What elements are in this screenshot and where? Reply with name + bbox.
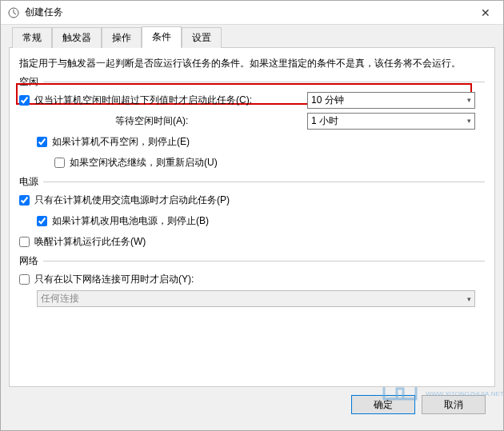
- label-idle-start: 仅当计算机空闲时间超过下列值时才启动此任务(C):: [34, 94, 252, 107]
- group-network-label: 网络: [19, 254, 38, 268]
- row-idle-stop: 如果计算机不再空闲，则停止(E): [19, 132, 485, 151]
- label-network-only: 只有在以下网络连接可用时才启动(Y):: [34, 273, 194, 286]
- dialog-window: 创建任务 ✕ 常规 触发器 操作 条件 设置 指定用于与触发器一起判断是否应运行…: [0, 0, 504, 431]
- titlebar: 创建任务 ✕: [1, 1, 503, 25]
- select-network-value: 任何连接: [41, 292, 79, 305]
- select-idle-duration-value: 10 分钟: [311, 94, 344, 107]
- select-idle-wait[interactable]: 1 小时 ▾: [307, 113, 475, 130]
- panel-description: 指定用于与触发器一起判断是否应运行该任务的条件。如果这里指定的条件不是真，该任务…: [19, 56, 485, 70]
- label-power-battery-stop: 如果计算机改用电池电源，则停止(B): [52, 214, 209, 228]
- chevron-down-icon: ▾: [467, 96, 471, 104]
- close-button[interactable]: ✕: [467, 1, 503, 24]
- group-network: 网络: [19, 254, 485, 268]
- divider: [43, 261, 485, 261]
- chevron-down-icon: ▾: [467, 117, 471, 125]
- tab-conditions[interactable]: 条件: [142, 26, 182, 48]
- divider: [43, 182, 485, 182]
- checkbox-idle-stop[interactable]: [37, 137, 47, 147]
- row-power-wake: 唤醒计算机运行此任务(W): [19, 232, 485, 251]
- window-title: 创建任务: [25, 6, 467, 19]
- label-power-wake: 唤醒计算机运行此任务(W): [34, 235, 146, 249]
- tab-settings[interactable]: 设置: [182, 27, 222, 48]
- checkbox-power-battery-stop[interactable]: [37, 216, 47, 226]
- chevron-down-icon: ▾: [467, 295, 471, 303]
- checkbox-idle-restart[interactable]: [54, 158, 65, 168]
- row-network-select: 任何连接 ▾: [19, 290, 485, 307]
- divider: [43, 82, 485, 82]
- select-idle-wait-value: 1 小时: [311, 114, 338, 128]
- row-power-ac: 只有在计算机使用交流电源时才启动此任务(P): [19, 190, 485, 210]
- row-network-only: 只有在以下网络连接可用时才启动(Y):: [19, 269, 485, 289]
- tab-panel: 指定用于与触发器一起判断是否应运行该任务的条件。如果这里指定的条件不是真，该任务…: [9, 47, 495, 387]
- select-network: 任何连接 ▾: [37, 290, 475, 307]
- row-idle-wait: 等待空闲时间(A): 1 小时 ▾: [19, 111, 485, 130]
- tab-actions[interactable]: 操作: [102, 27, 142, 48]
- tab-general[interactable]: 常规: [12, 27, 52, 48]
- tab-triggers[interactable]: 触发器: [52, 27, 102, 48]
- select-idle-duration[interactable]: 10 分钟 ▾: [307, 92, 475, 109]
- group-idle-label: 空闲: [19, 75, 38, 89]
- tab-strip: 常规 触发器 操作 条件 设置: [9, 25, 495, 47]
- group-power: 电源: [19, 175, 485, 189]
- row-idle-start: 仅当计算机空闲时间超过下列值时才启动此任务(C): 10 分钟 ▾: [19, 90, 485, 110]
- group-power-label: 电源: [19, 175, 38, 189]
- label-idle-wait: 等待空闲时间(A):: [115, 114, 188, 128]
- checkbox-power-wake[interactable]: [19, 237, 30, 247]
- row-idle-restart: 如果空闲状态继续，则重新启动(U): [19, 153, 485, 172]
- checkbox-idle-start[interactable]: [19, 95, 30, 106]
- dialog-footer: 确定 取消: [9, 387, 495, 422]
- clock-icon: [7, 6, 20, 19]
- ok-button[interactable]: 确定: [351, 395, 415, 414]
- client-area: 常规 触发器 操作 条件 设置 指定用于与触发器一起判断是否应运行该任务的条件。…: [1, 25, 503, 430]
- label-power-ac: 只有在计算机使用交流电源时才启动此任务(P): [34, 194, 230, 207]
- label-idle-restart: 如果空闲状态继续，则重新启动(U): [70, 156, 218, 170]
- group-idle: 空闲: [19, 75, 485, 89]
- checkbox-power-ac[interactable]: [19, 195, 30, 206]
- cancel-button[interactable]: 取消: [422, 395, 486, 414]
- checkbox-network-only[interactable]: [19, 274, 30, 285]
- label-idle-stop: 如果计算机不再空闲，则停止(E): [52, 135, 190, 149]
- row-power-battery-stop: 如果计算机改用电池电源，则停止(B): [19, 211, 485, 230]
